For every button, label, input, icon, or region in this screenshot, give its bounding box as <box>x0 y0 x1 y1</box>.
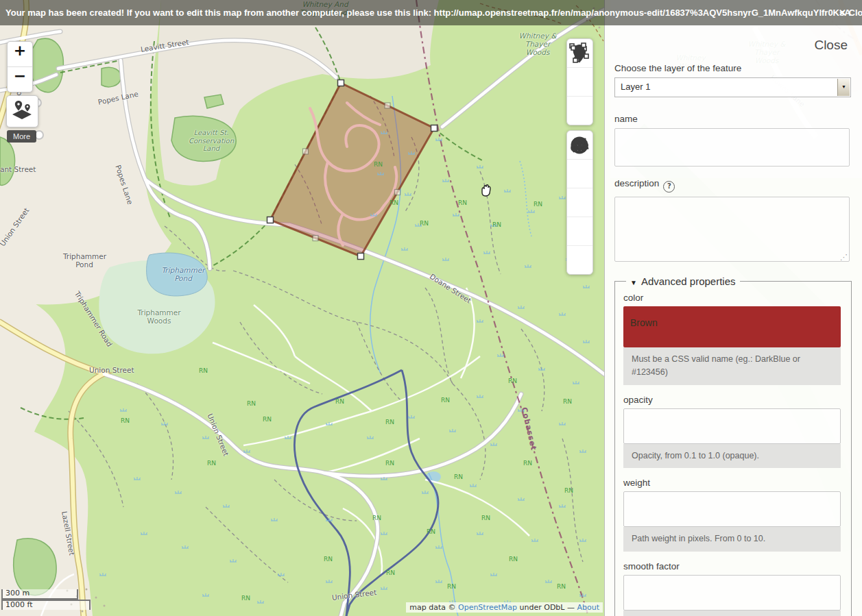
area-label: Triphammer Woods <box>134 308 184 325</box>
svg-text:RN: RN <box>563 398 572 405</box>
draw-polygon-button[interactable] <box>567 96 592 125</box>
polygon-icon <box>567 40 592 66</box>
svg-text:RN: RN <box>458 199 467 206</box>
attribution-text: map data © <box>409 603 458 612</box>
name-label: name <box>614 114 851 124</box>
svg-text:RN: RN <box>420 220 429 227</box>
chevron-down-icon[interactable]: ▼ <box>837 79 850 96</box>
area-label: Whitney & Thayer Woods <box>513 32 562 56</box>
scale-control: 300 m 1000 ft <box>1 589 91 610</box>
center-map-button[interactable] <box>567 217 592 245</box>
svg-text:RN: RN <box>372 515 381 521</box>
feature-edit-panel: Close Choose the layer of the feature La… <box>604 0 862 616</box>
svg-text:RN: RN <box>324 556 333 563</box>
svg-text:RN: RN <box>241 595 250 602</box>
svg-text:RN: RN <box>374 161 383 168</box>
resize-grip-icon[interactable]: ⋰ <box>840 253 848 262</box>
svg-text:RN: RN <box>509 556 518 563</box>
panel-close-button[interactable]: Close <box>814 38 848 53</box>
banner-close-button[interactable]: ✕ Close <box>839 0 862 25</box>
description-label: description? <box>614 178 851 193</box>
svg-text:RN: RN <box>263 416 272 423</box>
zoom-control: + − <box>7 41 33 93</box>
water-label: Triphammer Pond <box>160 266 206 282</box>
zoom-in-button[interactable]: + <box>8 42 32 66</box>
advanced-properties-title: Advanced properties <box>641 275 736 287</box>
svg-text:RN: RN <box>386 569 395 576</box>
svg-text:RN: RN <box>385 460 394 467</box>
datalayers-button[interactable] <box>6 95 38 127</box>
svg-text:RN: RN <box>207 460 216 467</box>
description-label-text: description <box>614 178 659 188</box>
draw-toolbar <box>566 38 593 125</box>
svg-text:RN: RN <box>454 473 463 480</box>
weight-help-text: Path weight in pixels. From 0 to 10. <box>623 527 841 551</box>
opacity-label: opacity <box>623 395 843 405</box>
layer-select[interactable]: Layer 1 ▼ <box>614 77 851 97</box>
banner-message: Your map has been created! If you want t… <box>0 8 434 18</box>
street-label: ant Street <box>0 165 36 173</box>
street-label: Union Street <box>89 366 134 374</box>
smooth-factor-input[interactable] <box>623 575 841 611</box>
svg-text:RN: RN <box>447 583 456 590</box>
weight-label: weight <box>623 478 843 488</box>
svg-text:RN: RN <box>390 199 398 206</box>
anonymous-edit-link[interactable]: http://umap.openstreetmap.fr/en/map/anon… <box>434 8 851 18</box>
svg-text:RN: RN <box>557 583 566 590</box>
attribution: map data © OpenStreetMap under ODbL — Ab… <box>406 602 603 613</box>
color-input[interactable]: Brown <box>623 306 841 347</box>
opacity-help-text: Opacity, from 0.1 to 1.0 (opaque). <box>623 444 841 468</box>
attribution-text: under ODbL — <box>517 603 577 612</box>
help-icon[interactable]: ? <box>663 181 675 193</box>
area-label: Leavitt St. Conservation Land <box>180 129 243 153</box>
svg-text:RN: RN <box>427 528 435 535</box>
svg-text:RN: RN <box>385 419 394 426</box>
zoom-out-button[interactable]: − <box>8 66 32 92</box>
more-controls-button[interactable]: More <box>7 130 36 143</box>
description-textarea[interactable]: ⋰ <box>614 197 850 262</box>
weight-input[interactable] <box>623 491 841 527</box>
map-pins-icon <box>7 96 38 127</box>
smooth-factor-label: smooth factor <box>623 561 843 571</box>
edit-link-banner: Your map has been created! If you want t… <box>0 0 862 25</box>
map-settings-button[interactable] <box>567 159 592 188</box>
svg-text:RN: RN <box>121 417 130 424</box>
svg-text:RN: RN <box>481 515 490 521</box>
svg-text:RN: RN <box>508 378 517 384</box>
svg-text:RN: RN <box>492 221 501 228</box>
triangle-down-icon: ▼ <box>630 279 637 286</box>
svg-text:RN: RN <box>534 201 542 208</box>
manage-layers-button[interactable] <box>567 188 592 217</box>
permissions-button[interactable] <box>567 245 592 274</box>
scale-imperial: 1000 ft <box>1 600 91 610</box>
layer-select-label: Choose the layer of the feature <box>614 63 851 73</box>
layer-select-value: Layer 1 <box>621 82 650 92</box>
osm-link[interactable]: OpenStreetMap <box>458 603 517 612</box>
name-input[interactable] <box>614 128 850 167</box>
svg-text:RN: RN <box>247 400 256 407</box>
scale-metric: 300 m <box>1 589 78 600</box>
svg-text:RN: RN <box>441 397 450 404</box>
color-label: color <box>623 293 843 303</box>
area-label: Triphammer Pond <box>63 252 106 269</box>
svg-text:RN: RN <box>523 460 532 467</box>
about-link[interactable]: About <box>577 603 599 612</box>
svg-text:RN: RN <box>335 398 344 405</box>
key-icon <box>567 132 592 158</box>
color-help-text: Must be a CSS valid name (eg.: DarkBlue … <box>623 347 841 385</box>
smooth-factor-help-text: How much to simplify the polyline on eac… <box>623 611 841 616</box>
draw-polyline-button[interactable] <box>567 67 592 96</box>
svg-text:RN: RN <box>199 367 208 374</box>
edit-toolbar <box>566 130 593 275</box>
advanced-properties-legend[interactable]: ▼Advanced properties <box>626 275 740 287</box>
advanced-properties-fieldset: ▼Advanced properties color Brown Must be… <box>614 275 852 616</box>
svg-text:RN: RN <box>564 487 573 494</box>
opacity-input[interactable] <box>623 408 841 444</box>
